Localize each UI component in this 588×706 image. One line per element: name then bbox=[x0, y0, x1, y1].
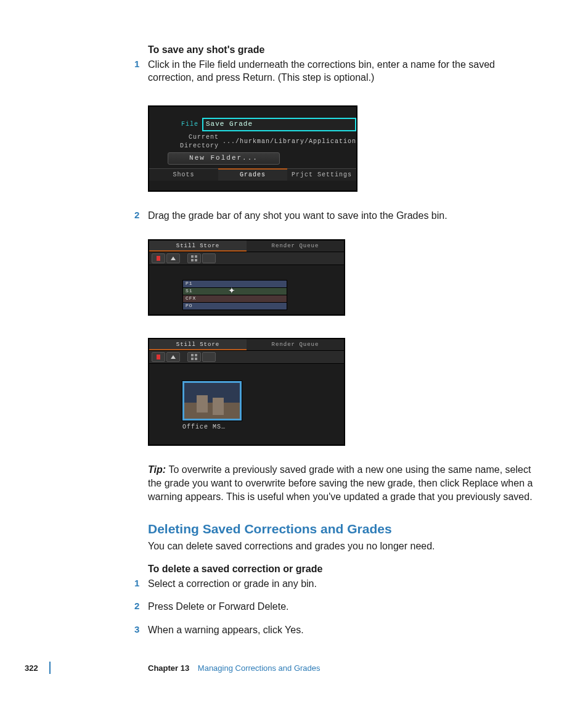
step-3: 3 When a warning appears, click Yes. bbox=[148, 623, 542, 637]
section-heading: Deleting Saved Corrections and Grades bbox=[148, 520, 542, 538]
step-number: 1 bbox=[134, 58, 139, 70]
tip-body: To overwrite a previously saved grade wi… bbox=[148, 464, 533, 501]
grade-thumbnail[interactable] bbox=[182, 381, 242, 421]
grid-icon bbox=[191, 255, 197, 261]
triangle-icon bbox=[171, 355, 176, 359]
task-heading: To delete a saved correction or grade bbox=[148, 562, 542, 576]
toolbar bbox=[149, 351, 344, 364]
step-number: 1 bbox=[134, 577, 139, 589]
step-text: When a warning appears, click Yes. bbox=[148, 623, 542, 637]
step-1: 1 Click in the File field underneath the… bbox=[148, 58, 542, 84]
page-footer: 322 Chapter 13 Managing Corrections and … bbox=[0, 663, 588, 681]
footer-rule bbox=[49, 662, 51, 674]
tip-paragraph: Tip: To overwrite a previously saved gra… bbox=[148, 463, 542, 503]
toolbar bbox=[149, 252, 344, 265]
grid-view-button[interactable] bbox=[187, 352, 201, 362]
screenshot-grades-bin: Still Store Render Queue Office MS… bbox=[148, 338, 345, 446]
tab-render-queue[interactable]: Render Queue bbox=[247, 240, 344, 252]
section-intro: You can delete saved corrections and gra… bbox=[148, 540, 542, 553]
flag-icon bbox=[157, 256, 160, 261]
task-heading: To save any shot's grade bbox=[148, 43, 542, 57]
step-2: 2 Drag the grade bar of any shot you wan… bbox=[148, 209, 542, 223]
chapter-title: Managing Corrections and Grades bbox=[198, 663, 321, 673]
tab-project-settings[interactable]: Prjct Settings bbox=[287, 168, 356, 181]
chapter-label: Chapter 13 bbox=[148, 663, 189, 673]
screenshot-file-field: File Save Grade Current Directory .../hu… bbox=[148, 105, 357, 192]
step-text: Select a correction or grade in any bin. bbox=[148, 577, 542, 591]
current-directory-label: Current Directory bbox=[168, 133, 223, 150]
bin-tabs: Shots Grades Prjct Settings bbox=[149, 168, 356, 181]
page: To save any shot's grade 1 Click in the … bbox=[0, 0, 588, 706]
grade-bars: P1 S1 CFX PO bbox=[182, 280, 287, 310]
step-text: Click in the File field underneath the c… bbox=[148, 58, 542, 84]
list-view-button[interactable] bbox=[202, 352, 216, 362]
step-number: 2 bbox=[134, 209, 139, 221]
top-tabs: Still Store Render Queue bbox=[149, 240, 344, 252]
flag-button[interactable] bbox=[152, 253, 165, 263]
triangle-button[interactable] bbox=[166, 253, 180, 263]
tab-grades[interactable]: Grades bbox=[218, 168, 287, 181]
triangle-icon bbox=[171, 257, 176, 260]
top-tabs: Still Store Render Queue bbox=[149, 339, 344, 351]
tab-render-queue[interactable]: Render Queue bbox=[247, 339, 344, 350]
grade-bar-po[interactable]: PO bbox=[182, 302, 287, 310]
grid-icon bbox=[191, 354, 197, 360]
flag-icon bbox=[157, 355, 160, 359]
file-label: File bbox=[168, 120, 202, 129]
new-folder-button[interactable]: New Folder... bbox=[168, 152, 280, 165]
triangle-button[interactable] bbox=[166, 352, 180, 362]
step-text: Press Delete or Forward Delete. bbox=[148, 600, 542, 614]
grade-thumbnail-label: Office MS… bbox=[182, 423, 226, 432]
step-number: 3 bbox=[134, 623, 139, 636]
tab-still-store[interactable]: Still Store bbox=[149, 240, 247, 252]
grid-view-button[interactable] bbox=[187, 253, 201, 263]
file-input[interactable]: Save Grade bbox=[202, 118, 356, 131]
tab-still-store[interactable]: Still Store bbox=[149, 339, 247, 350]
tip-label: Tip: bbox=[148, 464, 168, 475]
step-2: 2 Press Delete or Forward Delete. bbox=[148, 600, 542, 614]
tab-shots[interactable]: Shots bbox=[149, 168, 218, 181]
list-view-button[interactable] bbox=[202, 253, 216, 263]
step-1: 1 Select a correction or grade in any bi… bbox=[148, 577, 542, 591]
current-directory-path: .../hurkman/Library/Application bbox=[223, 138, 356, 146]
step-number: 2 bbox=[134, 600, 139, 612]
chapter-line: Chapter 13 Managing Corrections and Grad… bbox=[148, 663, 321, 674]
page-number: 322 bbox=[25, 663, 38, 674]
step-text: Drag the grade bar of any shot you want … bbox=[148, 209, 542, 223]
flag-button[interactable] bbox=[152, 352, 165, 362]
screenshot-grade-bars: Still Store Render Queue P1 S1 CFX PO ✦ bbox=[148, 239, 345, 316]
content-column: To save any shot's grade 1 Click in the … bbox=[148, 43, 542, 636]
